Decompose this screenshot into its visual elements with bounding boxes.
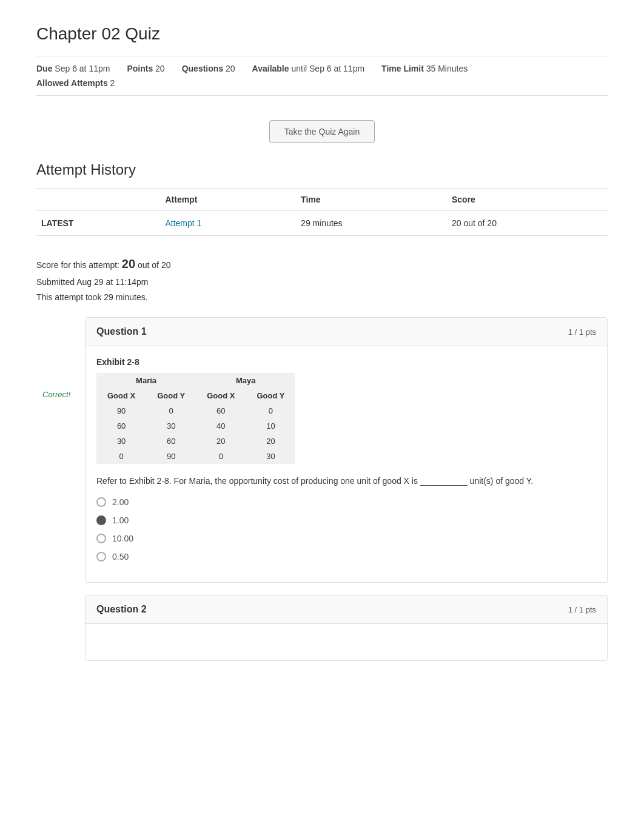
exhibit-cell: 30 xyxy=(96,434,146,449)
exhibit-cell: 60 xyxy=(146,434,196,449)
answer-label: 0.50 xyxy=(112,552,129,562)
score-summary-line1: Score for this attempt: 20 out of 20 xyxy=(36,253,608,275)
col-header-score: Score xyxy=(447,189,608,211)
answer-option[interactable]: 10.00 xyxy=(96,534,596,543)
meta-bar: Due Sep 6 at 11pm Points 20 Questions 20… xyxy=(36,56,608,96)
score-summary: Score for this attempt: 20 out of 20 Sub… xyxy=(36,236,608,317)
answer-option[interactable]: 1.00 xyxy=(96,515,596,525)
exhibit-cell: 30 xyxy=(246,449,295,464)
exhibit-cell: 30 xyxy=(146,418,196,434)
question-1-header: Question 1 1 / 1 pts xyxy=(86,318,607,346)
attempt-time: 29 minutes xyxy=(296,211,447,236)
exhibit-cell: 60 xyxy=(196,403,246,418)
attempt-1-link[interactable]: Attempt 1 xyxy=(165,218,201,228)
answer-option[interactable]: 0.50 xyxy=(96,552,596,562)
exhibit-cell: 20 xyxy=(246,434,295,449)
take-quiz-section: Take the Quiz Again xyxy=(36,96,608,161)
exhibit-sub-2: Good Y xyxy=(146,388,196,403)
exhibit-maya-header: Maya xyxy=(196,373,295,388)
attempt-score: 20 out of 20 xyxy=(447,211,608,236)
allowed-attempts-meta: Allowed Attempts 2 xyxy=(36,78,115,88)
answer-label: 10.00 xyxy=(112,534,133,543)
latest-label: LATEST xyxy=(36,211,160,236)
available-meta: Available until Sep 6 at 11pm xyxy=(252,64,365,73)
answer-label: 1.00 xyxy=(112,515,129,525)
question-1-text: Refer to Exhibit 2-8. For Maria, the opp… xyxy=(96,475,596,488)
exhibit-cell: 0 xyxy=(196,449,246,464)
answer-option[interactable]: 2.00 xyxy=(96,497,596,507)
exhibit-cell: 0 xyxy=(96,449,146,464)
exhibit-sub-1: Good X xyxy=(96,388,146,403)
question-1-options: 2.001.0010.000.50 xyxy=(96,497,596,562)
exhibit-cell: 60 xyxy=(96,418,146,434)
col-header-time: Time xyxy=(296,189,447,211)
time-limit-meta: Time Limit 35 Minutes xyxy=(381,64,468,73)
exhibit-sub-3: Good X xyxy=(196,388,246,403)
page-title: Chapter 02 Quiz xyxy=(36,24,608,44)
question-2-header: Question 2 1 / 1 pts xyxy=(86,595,607,624)
score-took: This attempt took 29 minutes. xyxy=(36,290,608,305)
correct-label-q1: Correct! xyxy=(42,390,70,399)
question-2-wrapper: Question 2 1 / 1 pts xyxy=(42,595,608,661)
question-1-body: Exhibit 2-8 Maria Maya Good X Good Y Goo… xyxy=(86,346,607,582)
exhibit-cell: 10 xyxy=(246,418,295,434)
due-meta: Due Sep 6 at 11pm xyxy=(36,64,110,73)
exhibit-cell: 0 xyxy=(146,403,196,418)
score-submitted: Submitted Aug 29 at 11:14pm xyxy=(36,275,608,290)
attempt-link-cell: Attempt 1 xyxy=(160,211,296,236)
question-1-pts: 1 / 1 pts xyxy=(568,327,596,337)
attempt-history-table: Attempt Time Score LATEST Attempt 1 29 m… xyxy=(36,188,608,236)
exhibit-cell: 0 xyxy=(246,403,295,418)
question-1-block: Question 1 1 / 1 pts Exhibit 2-8 Maria M… xyxy=(85,317,608,583)
attempt-history-title: Attempt History xyxy=(36,161,608,178)
exhibit-label: Exhibit 2-8 xyxy=(96,357,596,367)
table-row: LATEST Attempt 1 29 minutes 20 out of 20 xyxy=(36,211,608,236)
question-2-pts: 1 / 1 pts xyxy=(568,605,596,614)
exhibit-table: Maria Maya Good X Good Y Good X Good Y 9… xyxy=(96,373,295,464)
question-2-title: Question 2 xyxy=(96,604,147,615)
question-1-title: Question 1 xyxy=(96,326,147,337)
exhibit-cell: 90 xyxy=(96,403,146,418)
exhibit-cell: 40 xyxy=(196,418,246,434)
radio-circle xyxy=(96,497,106,507)
question-1-wrapper: Correct! Question 1 1 / 1 pts Exhibit 2-… xyxy=(42,317,608,583)
exhibit-cell: 90 xyxy=(146,449,196,464)
col-header-attempt: Attempt xyxy=(160,189,296,211)
question-2-body xyxy=(86,624,607,660)
col-header-latest xyxy=(36,189,160,211)
take-quiz-button[interactable]: Take the Quiz Again xyxy=(269,120,375,143)
exhibit-sub-4: Good Y xyxy=(246,388,295,403)
points-meta: Points 20 xyxy=(127,64,164,73)
question-2-block: Question 2 1 / 1 pts xyxy=(85,595,608,661)
exhibit-cell: 20 xyxy=(196,434,246,449)
answer-label: 2.00 xyxy=(112,497,129,507)
questions-meta: Questions 20 xyxy=(182,64,235,73)
radio-circle xyxy=(96,534,106,543)
exhibit-maria-header: Maria xyxy=(96,373,196,388)
radio-circle xyxy=(96,515,106,525)
radio-circle xyxy=(96,552,106,562)
